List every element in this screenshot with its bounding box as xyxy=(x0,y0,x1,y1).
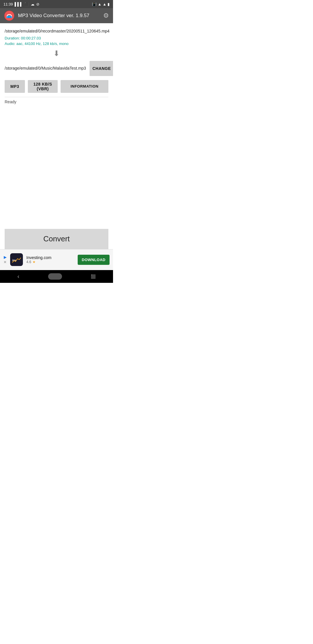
noad-icon: ⊘ xyxy=(36,2,39,6)
change-button[interactable]: CHANGE xyxy=(90,61,113,76)
ad-app-name: Investing.com xyxy=(26,255,74,260)
ad-close-icon[interactable]: ✕ xyxy=(3,260,7,264)
svg-rect-4 xyxy=(8,16,10,17)
signal-bars-icon: ▌▌▌ xyxy=(15,2,23,6)
status-bar: 11:39 ▌▌▌ ⬛ ☁ ⊘ 📳 ▲ ▲ ▮ xyxy=(0,0,113,8)
ad-info: Investing.com 4.6 ★ xyxy=(26,255,74,264)
convert-button[interactable]: Convert xyxy=(5,229,108,249)
settings-button[interactable]: ⚙ xyxy=(103,12,109,19)
convert-button-wrap: Convert xyxy=(5,226,108,249)
ad-play-icon: ▶ xyxy=(4,255,7,259)
vibrate-icon: 📳 xyxy=(92,2,97,6)
output-file-row: /storage/emulated/0/Music/MalavidaTest.m… xyxy=(5,61,108,76)
ad-left-icons: ▶ ✕ xyxy=(3,255,7,264)
duration-text: Duration: 00:00:27.03 xyxy=(5,35,110,41)
app-bar: MP3 Video Converter ver. 1.9.57 ⚙ xyxy=(0,8,113,23)
status-ready-text: Ready xyxy=(5,100,108,104)
notification-icon: ⬛ xyxy=(24,2,29,6)
app-logo-icon xyxy=(4,10,14,21)
ad-rating-value: 4.6 xyxy=(26,260,31,264)
download-button[interactable]: DOWNLOAD xyxy=(78,255,110,265)
arrow-down-icon: ⬇ xyxy=(53,49,60,58)
source-file-info: /storage/emulated/0/recordmaster/2020051… xyxy=(5,28,113,47)
bitrate-button[interactable]: 128 KB/S (VBR) xyxy=(28,80,58,93)
app-title: MP3 Video Converter ver. 1.9.57 xyxy=(18,13,100,19)
audio-info-text: Audio: aac, 44100 Hz, 128 kb/s, mono xyxy=(5,41,110,47)
divider xyxy=(5,97,108,97)
main-content: /storage/emulated/0/recordmaster/2020051… xyxy=(0,23,113,249)
ad-app-icon: inv. xyxy=(10,253,23,266)
ad-rating: 4.6 ★ xyxy=(26,260,74,264)
format-button[interactable]: MP3 xyxy=(5,80,25,93)
options-row: MP3 128 KB/S (VBR) INFORMATION xyxy=(5,80,108,93)
battery-icon: ▮ xyxy=(108,2,110,6)
output-file-path: /storage/emulated/0/Music/MalavidaTest.m… xyxy=(5,66,90,71)
time-display: 11:39 xyxy=(3,2,13,6)
signal-icon: ▲ xyxy=(103,2,106,6)
recents-button[interactable]: ⬛ xyxy=(91,274,96,279)
source-file-path: /storage/emulated/0/recordmaster/2020051… xyxy=(5,28,110,34)
back-button[interactable]: ‹ xyxy=(17,273,19,280)
wifi-icon: ▲ xyxy=(98,2,101,6)
arrow-row: ⬇ xyxy=(5,49,108,58)
nav-bar: ‹ ⬛ xyxy=(0,270,113,283)
home-button[interactable] xyxy=(48,273,62,280)
source-file-row: /storage/emulated/0/recordmaster/2020051… xyxy=(5,28,108,47)
ad-banner: ▶ ✕ inv. Investing.com 4.6 ★ DOWNLOAD xyxy=(0,249,113,270)
information-button[interactable]: INFORMATION xyxy=(61,80,108,93)
empty-area xyxy=(5,104,108,226)
star-icon: ★ xyxy=(32,260,36,264)
cloud-icon: ☁ xyxy=(31,2,34,6)
